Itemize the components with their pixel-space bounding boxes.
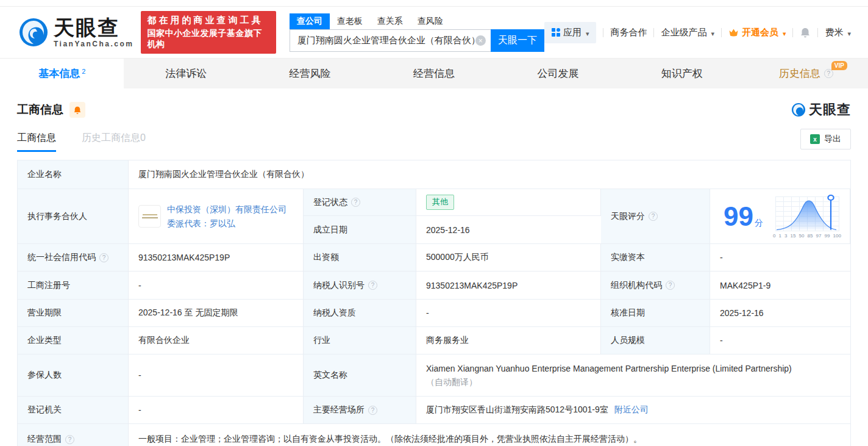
company-name-value: 厦门翔南圆火企业管理合伙企业（有限合伙） xyxy=(129,160,850,189)
field-label: 登记状态 xyxy=(304,189,416,216)
page-top-divider xyxy=(0,0,868,7)
field-label: 行业 xyxy=(304,327,416,354)
help-icon[interactable] xyxy=(666,281,675,290)
help-icon[interactable] xyxy=(368,406,377,415)
search-tab-company[interactable]: 查公司 xyxy=(290,13,330,29)
english-name-value: Xiamen Xiangnan Yuanhuo Enterprise Manag… xyxy=(426,362,792,375)
site-header: 天眼查 TianYanCha.com 都在用的商业查询工具 国家中小企业发展子基… xyxy=(0,7,868,58)
clear-search-icon[interactable] xyxy=(475,35,486,46)
header-nav: 应用 商务合作 企业级产品 开通会员 费米 xyxy=(544,22,851,43)
paid-capital-value: - xyxy=(710,244,850,271)
approval-date-value: 2025-12-16 xyxy=(710,300,850,326)
business-place-value: 厦门市翔安区香山街道翔安南路5012号1001-9室 xyxy=(426,405,608,415)
credit-code-value: 91350213MAK425P19P xyxy=(129,244,304,271)
business-term-value: 2025-12-16 至 无固定期限 xyxy=(129,300,304,326)
score-distribution-chart xyxy=(773,194,841,232)
tab-company-development[interactable]: 公司发展 xyxy=(496,59,620,88)
search-input[interactable] xyxy=(297,35,475,46)
tab-intellectual-property[interactable]: 知识产权 xyxy=(620,59,744,88)
subtab-row: 工商信息 历史工商信息0 导出 xyxy=(17,129,851,152)
field-label: 英文名称 xyxy=(304,354,416,396)
business-place-cell: 厦门市翔安区香山街道翔安南路5012号1001-9室 附近公司 xyxy=(416,397,850,423)
apps-menu[interactable]: 应用 xyxy=(544,22,597,43)
apps-label: 应用 xyxy=(563,27,582,38)
tianyancha-logo-icon xyxy=(791,103,806,117)
registration-status-cell: 其他 xyxy=(416,189,601,216)
search-button[interactable]: 天眼一下 xyxy=(491,29,544,52)
partner-company-link[interactable]: 中保投资（深圳）有限责任公司 xyxy=(167,204,286,215)
tianyancha-watermark: 天眼查 xyxy=(791,101,851,119)
help-icon[interactable] xyxy=(649,212,658,221)
search-tab-relation[interactable]: 查关系 xyxy=(370,13,410,29)
tab-legal-litigation[interactable]: 法律诉讼 xyxy=(124,59,247,88)
subtab-history-business-info[interactable]: 历史工商信息0 xyxy=(82,132,146,152)
section-header: 工商信息 天眼查 xyxy=(17,101,851,119)
excel-icon xyxy=(810,134,820,144)
table-row-partner: 执行事务合伙人 中保投资（深圳）有限责任公司 委派代表：罗以弘 登记状态 其他 … xyxy=(18,189,850,244)
score-axis-labels: 0131550859799100 xyxy=(773,234,841,239)
help-icon[interactable] xyxy=(351,198,360,207)
score-value: 99 xyxy=(724,203,753,230)
table-row-credit-code: 统一社会信用代码 91350213MAK425P19P 出资额 500000万人… xyxy=(18,244,850,272)
subtab-business-info[interactable]: 工商信息 xyxy=(17,132,56,152)
nav-divider xyxy=(603,28,603,37)
nav-enterprise-products[interactable]: 企业级产品 xyxy=(661,27,714,38)
partner-logo xyxy=(138,205,161,228)
table-row-reg-number: 工商注册号 - 纳税人识别号 91350213MAK425P19P 组织机构代码… xyxy=(18,272,850,300)
english-name-cell: Xiamen Xiangnan Yuanhuo Enterprise Manag… xyxy=(416,354,850,396)
search-tab-risk[interactable]: 查风险 xyxy=(410,13,450,29)
crown-icon xyxy=(728,28,739,37)
field-label: 天眼评分 xyxy=(601,189,710,243)
slogan-banner: 都在用的商业查询工具 国家中小企业发展子基金旗下机构 xyxy=(141,11,276,54)
bell-icon xyxy=(800,27,811,38)
field-label: 组织机构代码 xyxy=(601,272,710,299)
site-logo[interactable]: 天眼查 TianYanCha.com xyxy=(18,17,133,48)
taxpayer-id-value: 91350213MAK425P19P xyxy=(416,272,601,299)
search-block: 查公司 查老板 查关系 查风险 天眼一下 xyxy=(290,13,544,52)
field-label: 参保人数 xyxy=(18,354,129,396)
field-label: 人员规模 xyxy=(601,327,710,354)
tianyancha-logo-icon xyxy=(18,17,49,48)
table-row-business-term: 营业期限 2025-12-16 至 无固定期限 纳税人资质 - 核准日期 202… xyxy=(18,300,850,327)
field-label: 主要经营场所 xyxy=(304,397,416,423)
auto-translate-note: （自动翻译） xyxy=(426,375,477,389)
help-icon[interactable] xyxy=(824,69,833,78)
field-label: 企业名称 xyxy=(18,160,129,189)
tab-basic-info[interactable]: 基本信息2 xyxy=(0,59,124,88)
status-badge: 其他 xyxy=(426,195,454,209)
nav-business-cooperation[interactable]: 商务合作 xyxy=(610,27,647,38)
help-icon[interactable] xyxy=(65,435,74,444)
company-type-value: 有限合伙企业 xyxy=(129,327,304,354)
nav-divider xyxy=(792,28,793,37)
nearby-companies-link[interactable]: 附近公司 xyxy=(614,405,649,415)
chevron-down-icon xyxy=(781,27,786,38)
table-row-business-scope: 经营范围 一般项目：企业管理；企业管理咨询；以自有资金从事投资活动。（除依法须经… xyxy=(18,424,850,446)
export-button[interactable]: 导出 xyxy=(800,129,851,149)
vip-badge: VIP xyxy=(831,61,847,70)
tab-operating-risk[interactable]: 经营风险 xyxy=(248,59,372,88)
partner-representative-link[interactable]: 委派代表：罗以弘 xyxy=(167,218,286,229)
nav-open-vip[interactable]: 开通会员 xyxy=(728,27,786,38)
field-label: 核准日期 xyxy=(601,300,710,326)
tab-business-info[interactable]: 经营信息 xyxy=(372,59,496,88)
search-tab-boss[interactable]: 查老板 xyxy=(330,13,370,29)
field-label: 经营范围 xyxy=(18,424,129,446)
slogan-line1: 都在用的商业查询工具 xyxy=(147,15,269,26)
help-icon[interactable] xyxy=(99,253,108,262)
table-row-english-name: 参保人数 - 英文名称 Xiamen Xiangnan Yuanhuo Ente… xyxy=(18,354,850,397)
business-scope-value: 一般项目：企业管理；企业管理咨询；以自有资金从事投资活动。（除依法须经批准的项目… xyxy=(129,424,850,446)
brand-domain: TianYanCha.com xyxy=(54,40,133,48)
establish-date-value: 2025-12-16 xyxy=(416,216,601,243)
chevron-down-icon xyxy=(710,27,714,38)
user-menu[interactable]: 费米 xyxy=(825,27,851,38)
notifications-bell[interactable] xyxy=(800,27,811,38)
industry-value: 商务服务业 xyxy=(416,327,601,354)
executive-partner-cell: 中保投资（深圳）有限责任公司 委派代表：罗以弘 xyxy=(129,189,304,243)
help-icon[interactable] xyxy=(368,281,377,290)
field-label: 工商注册号 xyxy=(18,272,129,299)
tab-history-info[interactable]: VIP 历史信息 xyxy=(744,59,868,88)
table-row-business-place: 登记机关 - 主要经营场所 厦门市翔安区香山街道翔安南路5012号1001-9室… xyxy=(18,397,850,424)
field-label: 纳税人资质 xyxy=(304,300,416,326)
brand-name: 天眼查 xyxy=(54,17,133,38)
monitor-bell-button[interactable] xyxy=(69,102,85,118)
